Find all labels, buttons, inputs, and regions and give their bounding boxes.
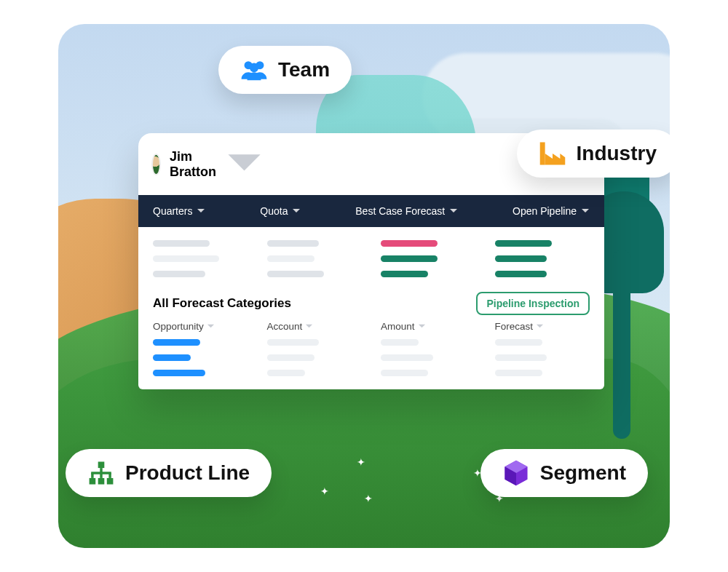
placeholder-bar	[495, 255, 547, 262]
placeholder-bar	[495, 339, 542, 346]
chevron-down-icon	[536, 322, 544, 330]
col-opportunity[interactable]: Opportunity	[153, 321, 248, 332]
chip-product-line[interactable]: Product Line	[66, 449, 272, 497]
placeholder-bar	[495, 240, 552, 247]
chip-segment[interactable]: Segment	[480, 449, 648, 497]
chevron-down-icon	[449, 207, 458, 215]
avatar	[151, 154, 161, 175]
chip-label: Team	[278, 58, 330, 82]
chevron-down-icon	[418, 322, 426, 330]
placeholder-bar	[153, 339, 200, 346]
col-label: Amount	[381, 321, 415, 332]
chip-team[interactable]: Team	[218, 46, 352, 94]
placeholder-bar	[153, 354, 191, 361]
svg-rect-7	[98, 478, 105, 485]
factory-icon	[539, 140, 566, 167]
section-header: All Forecast Categories Pipeline Inspect…	[138, 285, 604, 319]
placeholder-bar	[267, 271, 324, 277]
placeholder-bar	[381, 339, 419, 346]
placeholder-bar	[153, 240, 210, 247]
placeholder-bar	[267, 370, 305, 376]
chevron-down-icon	[197, 207, 205, 215]
tab-open-pipeline[interactable]: Open Pipeline	[513, 205, 590, 217]
placeholder-bar	[495, 354, 547, 361]
chevron-down-icon	[305, 322, 313, 330]
chip-label: Industry	[577, 142, 657, 165]
flower-icon: ✦	[320, 485, 329, 497]
table-rows	[138, 338, 604, 389]
flower-icon: ✦	[364, 493, 373, 504]
tab-label: Quota	[260, 205, 288, 217]
placeholder-bar	[381, 255, 438, 262]
tab-quarters[interactable]: Quarters	[153, 205, 205, 217]
placeholder-bar	[153, 370, 205, 376]
placeholder-bar	[381, 240, 438, 247]
tab-best-case[interactable]: Best Case Forecast	[355, 205, 458, 217]
section-title: All Forecast Categories	[153, 296, 291, 311]
placeholder-bar	[495, 271, 547, 277]
placeholder-bar	[267, 240, 320, 247]
svg-rect-11	[91, 473, 93, 478]
placeholder-bar	[381, 271, 428, 277]
col-label: Opportunity	[153, 321, 204, 332]
chevron-down-icon	[225, 145, 264, 183]
svg-rect-5	[98, 461, 105, 468]
forecast-tabs: Quarters Quota Best Case Forecast Open P…	[138, 195, 604, 227]
user-name: Jim Bratton	[170, 149, 216, 180]
col-label: Account	[267, 321, 303, 332]
placeholder-bar	[381, 370, 428, 376]
illustration-stage: ✦ ✦ ✦ ✦ ✦ Jim Bratton Quarters	[58, 24, 670, 548]
user-selector[interactable]: Jim Bratton	[151, 145, 264, 183]
tab-label: Open Pipeline	[513, 205, 577, 217]
col-label: Forecast	[495, 321, 534, 332]
chip-label: Segment	[540, 461, 626, 485]
svg-rect-6	[90, 478, 96, 485]
summary-grid	[138, 227, 604, 285]
svg-rect-12	[100, 473, 102, 478]
chip-label: Product Line	[125, 461, 250, 485]
chevron-down-icon	[207, 322, 215, 330]
col-forecast[interactable]: Forecast	[495, 321, 590, 332]
placeholder-bar	[153, 255, 219, 262]
tab-label: Quarters	[153, 205, 192, 217]
svg-point-3	[250, 63, 259, 73]
placeholder-bar	[267, 354, 314, 361]
team-icon	[240, 56, 268, 84]
chevron-down-icon	[292, 207, 301, 215]
pipeline-inspection-button[interactable]: Pipeline Inspection	[476, 292, 590, 315]
chip-industry[interactable]: Industry	[517, 130, 670, 178]
chevron-down-icon	[581, 207, 590, 215]
col-account[interactable]: Account	[267, 321, 363, 332]
placeholder-bar	[153, 271, 205, 277]
flower-icon: ✦	[357, 456, 365, 468]
col-amount[interactable]: Amount	[381, 321, 476, 332]
svg-rect-8	[107, 478, 114, 485]
svg-rect-13	[108, 473, 111, 478]
tab-label: Best Case Forecast	[355, 205, 445, 217]
placeholder-bar	[267, 339, 320, 346]
svg-rect-4	[539, 142, 545, 164]
hierarchy-icon	[87, 459, 115, 487]
column-headers: Opportunity Account Amount Forecast	[138, 319, 604, 338]
placeholder-bar	[381, 354, 433, 361]
placeholder-bar	[267, 255, 314, 262]
placeholder-bar	[495, 370, 542, 376]
tab-quota[interactable]: Quota	[260, 205, 301, 217]
cube-icon	[502, 459, 530, 487]
